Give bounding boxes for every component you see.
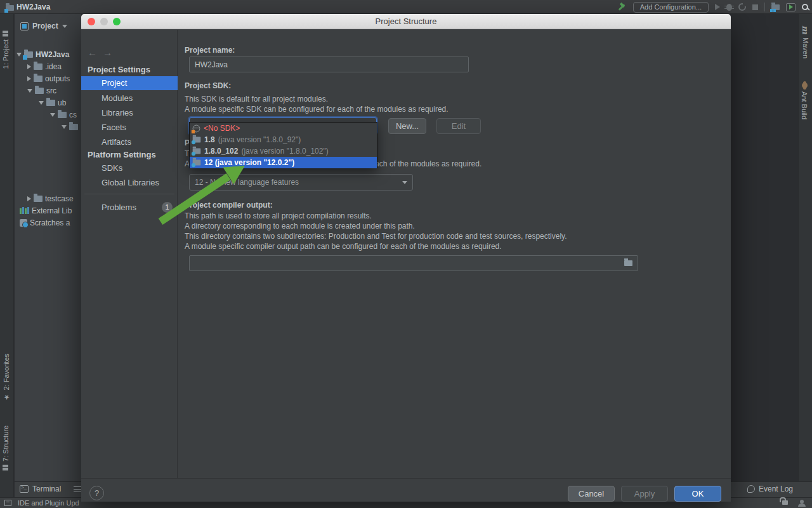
expand-arrow-icon[interactable] [39, 101, 44, 105]
sdk-option-no-sdk[interactable]: <No SDK> [190, 123, 377, 134]
tree-row-src[interactable]: src [27, 84, 56, 97]
project-structure-icon[interactable] [771, 4, 780, 10]
new-sdk-button[interactable]: New... [388, 118, 426, 134]
project-name-input[interactable] [189, 57, 469, 72]
stop-icon[interactable] [752, 4, 758, 10]
tab-project[interactable]: 1: Project [2, 30, 10, 69]
folder-icon [69, 124, 78, 130]
sidebar-item-global-libraries[interactable]: Global Libraries [81, 176, 178, 190]
forward-arrow-icon[interactable]: → [103, 47, 118, 58]
collapse-arrow-icon[interactable] [27, 76, 31, 81]
tree-label: External Lib [32, 206, 72, 215]
tab-favorites[interactable]: ★ 2: Favorites [2, 354, 10, 401]
run-icon[interactable] [715, 4, 720, 10]
tree-label: .idea [45, 62, 62, 71]
scratches-icon [20, 219, 27, 227]
tree-row-cs[interactable]: cs [50, 109, 77, 121]
browse-folder-icon[interactable] [624, 260, 632, 266]
tab-structure[interactable]: 7: Structure [2, 425, 10, 471]
tab-maven[interactable]: m Maven [801, 25, 810, 58]
search-icon[interactable] [802, 4, 808, 10]
tree-row-scratches[interactable]: Scratches a [20, 217, 70, 229]
sdk-option-12-selected[interactable]: 12 (java version "12.0.2") [190, 157, 377, 168]
tree-row-ub[interactable]: ub [39, 97, 66, 109]
zoom-window-button[interactable] [113, 18, 121, 25]
language-level-combobox[interactable]: 12 - No new language features [189, 174, 413, 190]
tab-ant-build[interactable]: Ant Build [801, 83, 808, 119]
sidebar-item-project[interactable]: Project [81, 76, 178, 90]
tab-terminal-label: Terminal [32, 485, 61, 493]
tree-row-external-libraries[interactable]: External Lib [20, 204, 72, 217]
hammer-icon[interactable] [617, 2, 627, 12]
sdk-option-1-8[interactable]: 1.8 (java version "1.8.0_92") [190, 134, 377, 145]
sdk-description-1: This SDK is default for all project modu… [185, 95, 328, 104]
collapse-arrow-icon[interactable] [27, 64, 31, 69]
maven-icon: m [801, 25, 810, 34]
cancel-button[interactable]: Cancel [568, 486, 615, 502]
edit-sdk-button[interactable]: Edit [436, 118, 481, 134]
project-view-label: Project [32, 22, 58, 30]
section-platform-settings: Platform Settings [88, 150, 156, 159]
project-tab-icon [3, 30, 9, 36]
sidebar-item-facets[interactable]: Facets [81, 121, 178, 135]
sidebar-item-sdks[interactable]: SDKs [81, 161, 178, 175]
expand-arrow-icon[interactable] [27, 89, 32, 93]
ok-button[interactable]: OK [674, 486, 721, 502]
compiler-output-label: Project compiler output: [185, 201, 273, 210]
sdk-description-2: A module specific SDK can be configured … [185, 105, 449, 114]
tree-row-outputs[interactable]: outputs [27, 72, 70, 84]
collapse-arrow-icon[interactable] [27, 196, 31, 201]
sidebar-item-artifacts[interactable]: Artifacts [81, 135, 178, 149]
tab-terminal[interactable]: Terminal [20, 485, 81, 493]
compiler-output-path-input[interactable] [189, 255, 638, 271]
java-folder-icon [193, 137, 201, 143]
tree-label: cs [69, 110, 77, 119]
dialog-titlebar: Project Structure [81, 14, 731, 29]
inspector-profile-icon[interactable] [798, 500, 806, 507]
run-window-icon[interactable] [786, 3, 796, 11]
dialog-sidebar: ←→ Project Settings Project Modules Libr… [81, 30, 178, 479]
close-window-button[interactable] [88, 18, 95, 25]
tree-label: testcase [45, 194, 74, 203]
expand-arrow-icon[interactable] [62, 125, 67, 129]
lock-open-icon[interactable] [782, 500, 788, 505]
expand-arrow-icon[interactable] [50, 113, 55, 117]
apply-button[interactable]: Apply [621, 486, 668, 502]
sidebar-item-libraries[interactable]: Libraries [81, 106, 178, 120]
project-folder-icon [24, 51, 33, 58]
dialog-title: Project Structure [81, 14, 731, 29]
tree-row-package[interactable] [62, 121, 81, 133]
star-icon: ★ [2, 393, 10, 401]
tree-row-idea[interactable]: .idea [27, 60, 62, 72]
folder-icon [34, 64, 43, 70]
tab-ant-label: Ant Build [801, 91, 808, 119]
window-title: HW2Java [16, 3, 50, 11]
ide-window: HW2Java Add Configuration... 1: Project … [0, 0, 812, 508]
tree-row-hw2java[interactable]: HW2Java [16, 48, 69, 60]
sidebar-divider [84, 194, 174, 194]
todo-icon[interactable] [74, 486, 81, 492]
add-configuration-button[interactable]: Add Configuration... [633, 2, 709, 13]
folder-icon [35, 88, 44, 94]
sidebar-item-modules[interactable]: Modules [81, 91, 178, 105]
chevron-down-icon [62, 25, 67, 28]
tab-event-log[interactable]: Event Log [747, 485, 793, 493]
back-arrow-icon[interactable]: ← [88, 47, 103, 58]
dialog-footer-divider [81, 478, 731, 479]
sdk-dropdown-popup: <No SDK> 1.8 (java version "1.8.0_92") 1… [189, 122, 377, 168]
project-name-label: Project name: [185, 46, 235, 55]
folder-icon [34, 76, 43, 82]
tree-label: outputs [45, 74, 70, 83]
debug-icon[interactable] [726, 4, 732, 11]
structure-tab-icon [3, 465, 9, 471]
tree-row-testcase[interactable]: testcase [27, 192, 74, 204]
tab-event-log-label: Event Log [759, 485, 793, 493]
project-panel-header[interactable]: Project [15, 19, 81, 33]
coverage-icon[interactable] [738, 3, 746, 11]
sdk-option-detail: (java version "1.8.0_92") [218, 135, 301, 144]
expand-arrow-icon[interactable] [16, 53, 22, 57]
toolwindow-toggle-icon[interactable] [4, 500, 11, 506]
help-button[interactable]: ? [89, 486, 104, 500]
sdk-option-name: 12 (java version "12.0.2") [204, 158, 294, 167]
sdk-option-1-8-0-102[interactable]: 1.8.0_102 (java version "1.8.0_102") [190, 145, 377, 157]
